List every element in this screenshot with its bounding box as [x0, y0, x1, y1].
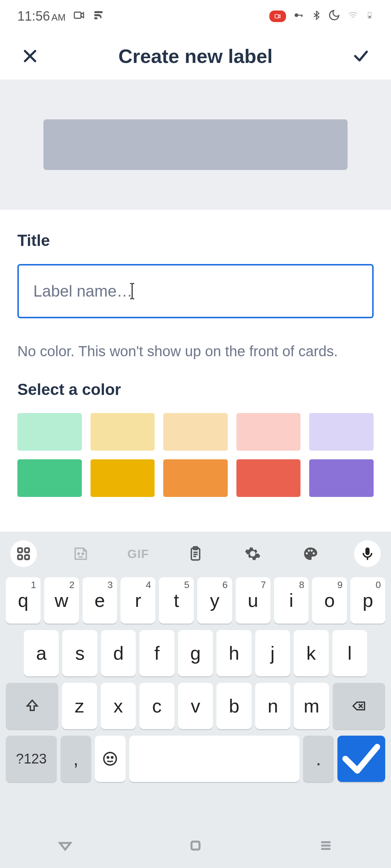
keyboard: GIF q1 w2 e3 r4 t5 y6 u7 i8 o9 p0 a: [0, 532, 391, 868]
sticker-icon: [72, 545, 89, 562]
key-period[interactable]: .: [303, 736, 334, 782]
color-swatch[interactable]: [236, 413, 301, 451]
color-swatch-grid: [17, 413, 374, 497]
nav-home-button[interactable]: [188, 838, 203, 855]
cast-icon: [92, 9, 105, 24]
key-s[interactable]: s: [62, 630, 97, 676]
moon-icon: [328, 9, 340, 24]
color-swatch[interactable]: [309, 459, 374, 497]
kb-gif-button[interactable]: GIF: [125, 540, 152, 567]
svg-rect-1: [275, 14, 279, 18]
check-icon: [337, 735, 385, 783]
nav-back-button[interactable]: [57, 838, 73, 855]
key-x[interactable]: x: [101, 683, 136, 729]
color-swatch[interactable]: [163, 413, 228, 451]
key-d[interactable]: d: [101, 630, 136, 676]
color-swatch[interactable]: [91, 413, 155, 451]
key-g[interactable]: g: [178, 630, 213, 676]
triangle-down-icon: [57, 838, 73, 854]
mic-icon: [359, 545, 376, 562]
key-c[interactable]: c: [139, 683, 175, 729]
menu-icon: [318, 838, 334, 854]
label-name-input[interactable]: [17, 264, 374, 318]
backspace-icon: [351, 698, 366, 714]
emoji-icon: [102, 750, 118, 767]
color-swatch[interactable]: [17, 413, 82, 451]
label-preview: [43, 119, 348, 170]
system-nav-bar: [0, 825, 391, 868]
gear-icon: [244, 545, 261, 562]
square-icon: [188, 838, 203, 854]
key-shift[interactable]: [6, 683, 58, 729]
key-f[interactable]: f: [139, 630, 174, 676]
header: Create new label: [0, 33, 391, 80]
key-u[interactable]: u7: [236, 577, 270, 624]
key-v[interactable]: v: [178, 683, 213, 729]
kb-clipboard-button[interactable]: [182, 540, 209, 567]
key-z[interactable]: z: [62, 683, 97, 729]
key-a[interactable]: a: [24, 630, 59, 676]
check-icon: [352, 47, 370, 65]
kb-mic-button[interactable]: [354, 540, 381, 567]
vpn-key-icon: [293, 10, 305, 23]
svg-point-18: [112, 757, 113, 758]
bluetooth-icon: [311, 10, 321, 23]
title-section-label: Title: [17, 231, 374, 250]
key-y[interactable]: y6: [197, 577, 232, 624]
shift-icon: [25, 698, 40, 714]
svg-point-2: [295, 13, 298, 17]
close-button[interactable]: [17, 47, 43, 65]
key-t[interactable]: t5: [159, 577, 194, 624]
key-p[interactable]: p0: [350, 577, 385, 624]
key-b[interactable]: b: [216, 683, 252, 729]
key-j[interactable]: j: [255, 630, 290, 676]
form: Title No color. This won't show up on th…: [0, 210, 391, 504]
key-m[interactable]: m: [294, 683, 329, 729]
close-icon: [21, 47, 39, 65]
key-w[interactable]: w2: [44, 577, 79, 624]
svg-rect-4: [302, 14, 303, 17]
svg-rect-9: [25, 548, 29, 553]
camera-icon: [73, 9, 85, 24]
key-enter[interactable]: [337, 736, 385, 782]
key-k[interactable]: k: [294, 630, 328, 676]
color-helper-text: No color. This won't show up on the fron…: [17, 340, 374, 362]
page-title: Create new label: [43, 45, 348, 67]
kb-apps-button[interactable]: [10, 540, 37, 567]
svg-point-17: [108, 757, 109, 758]
key-comma[interactable]: ,: [60, 736, 91, 782]
svg-rect-6: [369, 12, 371, 12]
keyboard-row-3: z x c v b n m: [6, 683, 385, 729]
svg-rect-8: [18, 548, 22, 553]
key-space[interactable]: [129, 736, 300, 782]
status-bar: 11:56AM: [0, 0, 391, 33]
color-swatch[interactable]: [309, 413, 374, 451]
key-q[interactable]: q1: [6, 577, 41, 624]
color-swatch[interactable]: [236, 459, 301, 497]
key-emoji[interactable]: [95, 736, 126, 782]
confirm-button[interactable]: [348, 47, 374, 65]
wifi-icon: [347, 10, 359, 23]
key-backspace[interactable]: [333, 683, 385, 729]
key-symbols[interactable]: ?123: [6, 736, 57, 782]
grid-icon: [15, 545, 32, 562]
color-swatch[interactable]: [17, 459, 82, 497]
key-n[interactable]: n: [255, 683, 290, 729]
key-h[interactable]: h: [216, 630, 251, 676]
nav-recents-button[interactable]: [318, 838, 334, 855]
kb-settings-button[interactable]: [239, 540, 266, 567]
keyboard-toolbar: GIF: [0, 534, 391, 574]
kb-theme-button[interactable]: [297, 540, 324, 567]
svg-rect-0: [74, 12, 81, 18]
key-i[interactable]: i8: [274, 577, 309, 624]
color-section-label: Select a color: [17, 380, 374, 399]
status-left: 11:56AM: [17, 9, 105, 24]
key-l[interactable]: l: [332, 630, 367, 676]
svg-point-12: [78, 553, 80, 554]
color-swatch[interactable]: [163, 459, 228, 497]
key-r[interactable]: r4: [121, 577, 155, 624]
color-swatch[interactable]: [91, 459, 155, 497]
key-o[interactable]: o9: [312, 577, 347, 624]
key-e[interactable]: e3: [83, 577, 117, 624]
kb-sticker-button[interactable]: [67, 540, 94, 567]
